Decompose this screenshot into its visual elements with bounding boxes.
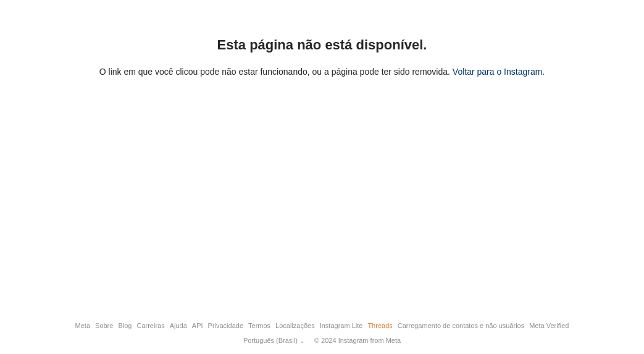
footer-link[interactable]: Meta [75, 322, 90, 329]
copyright-text: © 2024 Instagram from Meta [314, 337, 401, 344]
footer-link[interactable]: Meta Verified [529, 322, 569, 329]
footer-link[interactable]: Blog [118, 322, 132, 329]
page-title: Esta página não está disponível. [217, 37, 427, 53]
footer-link[interactable]: Termos [248, 322, 270, 329]
footer-link[interactable]: Threads [367, 322, 392, 329]
main-content: Esta página não está disponível. O link … [0, 0, 644, 310]
footer: MetaSobreBlogCarreirasAjudaAPIPrivacidad… [0, 310, 644, 354]
footer-link[interactable]: API [192, 322, 203, 329]
page-description: O link em que você clicou pode não estar… [99, 65, 545, 78]
footer-link[interactable]: Privacidade [208, 322, 243, 329]
language-label: Português (Brasil) [243, 337, 298, 344]
chevron-down-icon: ⌄ [299, 337, 304, 344]
footer-link[interactable]: Carregamento de contatos e não usuários [398, 322, 524, 329]
back-to-instagram-link[interactable]: Voltar para o Instagram. [453, 67, 545, 77]
language-selector[interactable]: Português (Brasil) ⌄ [243, 337, 304, 344]
description-text: O link em que você clicou pode não estar… [99, 67, 450, 77]
footer-links: MetaSobreBlogCarreirasAjudaAPIPrivacidad… [75, 322, 569, 329]
footer-link[interactable]: Ajuda [170, 322, 187, 329]
footer-link[interactable]: Instagram Lite [320, 322, 363, 329]
footer-bottom: Português (Brasil) ⌄ © 2024 Instagram fr… [243, 337, 401, 344]
footer-link[interactable]: Sobre [95, 322, 113, 329]
footer-link[interactable]: Localizações [275, 322, 315, 329]
footer-link[interactable]: Carreiras [136, 322, 164, 329]
